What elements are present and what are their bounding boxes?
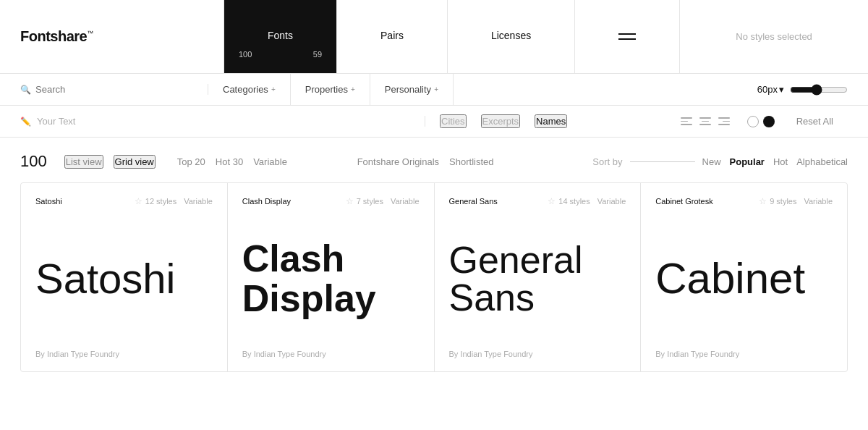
hamburger-line-2 [618, 38, 636, 40]
list-view-button[interactable]: List view [64, 155, 103, 169]
your-text-placeholder: Your Text [37, 116, 76, 127]
sort-hot[interactable]: Hot [773, 156, 788, 167]
font-footer-satoshi: By Indian Type Foundry [35, 342, 213, 358]
font-card-clash-display[interactable]: Clash Display ☆ 7 styles Variable Clash … [228, 183, 434, 371]
font-meta-satoshi: 12 styles Variable [145, 197, 213, 206]
light-theme-icon [747, 116, 759, 127]
categories-label: Categories [223, 84, 268, 95]
nav-no-styles: No styles selected [680, 0, 868, 73]
content-toolbar: 100 List view Grid view Top 20 Hot 30 Va… [20, 152, 848, 171]
search-input[interactable] [35, 84, 166, 95]
align-center-button[interactable] [699, 117, 711, 125]
theme-toggle[interactable] [747, 116, 775, 127]
text-bar: ✏️ Your Text Cities Excerpts Names [0, 106, 868, 138]
reset-all-button[interactable]: Reset All [796, 116, 833, 127]
logo-tm: ™ [87, 30, 93, 37]
view-toggle: List view Grid view [64, 155, 156, 169]
font-card-header-general: General Sans ☆ 14 styles Variable [449, 196, 626, 206]
nav-hamburger[interactable] [575, 0, 680, 73]
font-footer-clash: By Indian Type Foundry [242, 342, 420, 358]
text-input-area[interactable]: ✏️ Your Text [20, 116, 425, 127]
font-preview-text-clash: Clash Display [242, 239, 416, 318]
personality-chevron: + [434, 85, 438, 93]
text-mode-cities[interactable]: Cities [440, 114, 467, 128]
font-preview-clash: Clash Display [242, 215, 420, 342]
font-name-clash: Clash Display [242, 197, 291, 206]
font-star-satoshi[interactable]: ☆ [135, 196, 142, 206]
pencil-icon: ✏️ [20, 117, 31, 127]
font-preview-satoshi: Satoshi [35, 215, 213, 342]
sort-popular[interactable]: Popular [730, 156, 765, 167]
font-card-cabinet[interactable]: Cabinet Grotesk ☆ 9 styles Variable Cabi… [641, 183, 847, 371]
search-icon: 🔍 [20, 85, 31, 95]
tag-shortlisted[interactable]: Shortlisted [449, 156, 493, 167]
tag-fontshare-originals[interactable]: Fontshare Originals [357, 156, 439, 167]
font-meta-cabinet: 9 styles Variable [770, 197, 833, 206]
align-left-button[interactable] [681, 117, 692, 125]
font-card-header-cabinet: Cabinet Grotesk ☆ 9 styles Variable [655, 196, 833, 206]
size-value: 60px [757, 84, 778, 95]
font-preview-text-general: General Sans [449, 241, 626, 316]
personality-filter[interactable]: Personality + [370, 74, 454, 105]
size-control: 60px ▾ [757, 84, 848, 96]
categories-filter[interactable]: Categories + [208, 74, 291, 105]
font-footer-cabinet: By Indian Type Foundry [655, 342, 833, 358]
sort-options: New Popular Hot Alphabetical [702, 156, 848, 167]
filter-top20[interactable]: Top 20 [177, 156, 205, 167]
sort-area: Sort by New Popular Hot Alphabetical [592, 156, 848, 167]
nav-fonts-label: Fonts [268, 30, 293, 41]
nav-fonts-count-right: 59 [313, 50, 322, 59]
filter-bar: 🔍 Categories + Properties + Personality … [0, 74, 868, 106]
font-footer-general: By Indian Type Foundry [449, 342, 626, 358]
personality-label: Personality [385, 84, 431, 95]
font-name-cabinet: Cabinet Grotesk [655, 197, 712, 206]
font-star-general[interactable]: ☆ [548, 196, 556, 206]
categories-chevron: + [271, 85, 276, 93]
text-mode-names[interactable]: Names [535, 114, 567, 128]
font-meta-clash: 7 styles Variable [357, 197, 420, 206]
font-card-header-clash: Clash Display ☆ 7 styles Variable [242, 196, 420, 206]
text-mode-area: Cities Excerpts Names [425, 114, 848, 128]
font-star-clash[interactable]: ☆ [346, 196, 354, 206]
properties-chevron: + [351, 85, 355, 93]
size-dropdown[interactable]: 60px ▾ [757, 84, 784, 95]
nav-item-pairs[interactable]: Pairs [337, 0, 448, 73]
nav-item-fonts[interactable]: Fonts 100 59 [224, 0, 337, 73]
filter-variable[interactable]: Variable [253, 156, 287, 167]
font-card-satoshi[interactable]: Satoshi ☆ 12 styles Variable Satoshi By … [21, 183, 227, 371]
font-preview-text-cabinet: Cabinet [655, 257, 805, 300]
size-slider[interactable] [790, 84, 848, 96]
sort-new[interactable]: New [702, 156, 721, 167]
font-star-cabinet[interactable]: ☆ [759, 196, 767, 206]
logo-text: Fontshare [20, 28, 87, 44]
hamburger-icon [618, 33, 636, 40]
dark-theme-icon [763, 116, 775, 127]
logo[interactable]: Fontshare™ [20, 28, 93, 45]
sort-alphabetical[interactable]: Alphabetical [796, 156, 848, 167]
font-card-general-sans[interactable]: General Sans ☆ 14 styles Variable Genera… [435, 183, 641, 371]
result-count: 100 [20, 152, 47, 171]
grid-view-button[interactable]: Grid view [114, 155, 156, 169]
sort-label: Sort by [592, 156, 622, 167]
font-meta-general: 14 styles Variable [558, 197, 626, 206]
properties-filter[interactable]: Properties + [291, 74, 370, 105]
hamburger-line-1 [618, 33, 636, 35]
font-card-header: Satoshi ☆ 12 styles Variable [35, 196, 213, 206]
search-area[interactable]: 🔍 [20, 84, 208, 95]
filter-tags: Top 20 Hot 30 Variable [177, 156, 287, 167]
nav-pairs-label: Pairs [380, 30, 404, 41]
nav-item-licenses[interactable]: Licenses [448, 0, 575, 73]
font-grid: Satoshi ☆ 12 styles Variable Satoshi By … [20, 182, 848, 372]
font-preview-cabinet: Cabinet [655, 215, 833, 342]
align-right-button[interactable] [718, 117, 730, 125]
nav-licenses-label: Licenses [491, 30, 531, 41]
align-controls: Reset All [681, 116, 833, 127]
nav-fonts-count-left: 100 [239, 50, 252, 59]
sort-divider [630, 161, 695, 162]
font-preview-general: General Sans [449, 215, 626, 342]
filter-hot30[interactable]: Hot 30 [216, 156, 243, 167]
font-name-satoshi: Satoshi [35, 197, 62, 206]
text-mode-excerpts[interactable]: Excerpts [481, 114, 521, 128]
origin-tags: Fontshare Originals Shortlisted [357, 156, 494, 167]
header: Fontshare™ Fonts 100 59 Pairs Licenses N… [0, 0, 868, 74]
